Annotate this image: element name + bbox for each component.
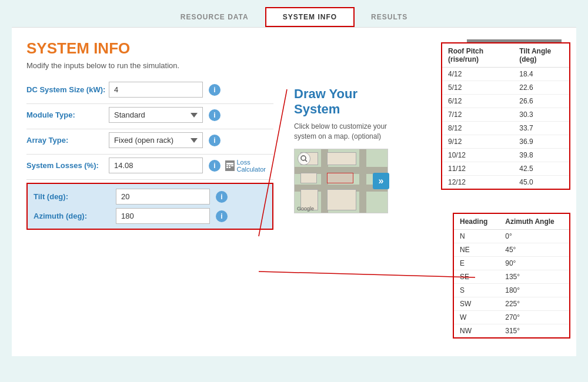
pitch-cell: 12/12 [442,176,513,189]
svg-rect-6 [229,167,230,168]
svg-rect-3 [229,165,230,166]
table-row: 6/1226.6 [442,95,569,108]
azimuth-angle-cell: 45° [499,243,569,257]
azimuth-input[interactable] [116,208,210,224]
heading-cell: NW [454,324,499,338]
roof-pitch-header: Roof Pitch (rise/run) [442,43,513,68]
table-row: S180° [454,284,569,297]
loss-calculator-link[interactable]: Loss Calculator [225,159,273,173]
tilt-angle-header: Tilt Angle (deg) [513,43,569,68]
tilt-row: Tilt (deg): i [34,189,266,205]
heading-cell: E [454,257,499,270]
azimuth-angle-cell: 90° [499,257,569,270]
dc-system-size-label: DC System Size (kW): [26,85,109,94]
array-type-label: Array Type: [26,136,109,145]
module-type-label: Module Type: [26,110,109,119]
svg-line-8 [305,160,307,162]
dc-system-size-input[interactable] [109,82,203,98]
svg-rect-4 [231,165,233,166]
pitch-cell: 7/12 [442,108,513,122]
heading-cell: SW [454,297,499,311]
array-type-row: Array Type: Fixed (open rack) Fixed (roo… [26,132,273,155]
pitch-cell: 5/12 [442,81,513,95]
azimuth-angle-cell: 270° [499,311,569,324]
svg-line-10 [259,272,475,277]
nav-tabs: Resource Data System Info Results [0,0,588,27]
table-row: 5/1222.6 [442,81,569,95]
roof-pitch-table: Roof Pitch (rise/run) Tilt Angle (deg) 4… [442,43,569,189]
pitch-cell: 6/12 [442,95,513,108]
draw-system-text: Click below to customize your system on … [294,122,400,142]
table-row: 7/1230.3 [442,108,569,122]
tilt-angle-cell: 22.6 [513,81,569,95]
tab-system-info[interactable]: System Info [265,7,355,27]
azimuth-angle-cell: 135° [499,270,569,284]
table-row: 12/1245.0 [442,176,569,189]
tilt-angle-cell: 42.5 [513,162,569,176]
roof-pitch-table-container: Roof Pitch (rise/run) Tilt Angle (deg) 4… [441,42,570,190]
tilt-info-icon[interactable]: i [216,191,228,203]
module-type-row: Module Type: Standard Premium Thin film … [26,107,273,129]
heading-cell: N [454,230,499,243]
azimuth-label: Azimuth (deg): [34,212,116,220]
svg-rect-2 [226,165,228,166]
table-row: NE45° [454,243,569,257]
array-type-info-icon[interactable]: i [209,135,220,146]
main-content: Restore Defaults SYSTEM INFO Modify the … [12,27,576,356]
table-row: N0° [454,230,569,243]
azimuth-angle-cell: 315° [499,324,569,338]
pitch-cell: 8/12 [442,122,513,135]
heading-cell: SE [454,270,499,284]
svg-rect-5 [226,167,228,168]
azimuth-angle-cell: 0° [499,230,569,243]
map-google-label: Google [297,206,314,212]
pitch-cell: 11/12 [442,162,513,176]
tab-results[interactable]: Results [355,8,424,26]
module-type-select[interactable]: Standard Premium Thin film [109,107,203,123]
table-row: W270° [454,311,569,324]
table-row: NW315° [454,324,569,338]
tilt-angle-cell: 39.8 [513,149,569,162]
heading-header: Heading [454,214,499,230]
table-row: E90° [454,257,569,270]
array-type-select[interactable]: Fixed (open rack) Fixed (roof mount) 1-A… [109,132,203,148]
system-losses-row: System Losses (%): i Loss Calculator [26,158,273,180]
pitch-cell: 10/12 [442,149,513,162]
draw-system-title: Draw Your System [294,86,400,117]
pitch-cell: 4/12 [442,68,513,81]
azimuth-table: Heading Azimuth Angle N0°NE45°E90°SE135°… [454,214,569,337]
heading-cell: S [454,284,499,297]
heading-cell: NE [454,243,499,257]
tilt-angle-cell: 18.4 [513,68,569,81]
draw-system-section: Draw Your System Click below to customiz… [294,86,400,216]
pitch-cell: 9/12 [442,135,513,149]
svg-point-7 [301,156,306,160]
azimuth-angle-cell: 225° [499,297,569,311]
table-row: SE135° [454,270,569,284]
tilt-angle-cell: 30.3 [513,108,569,122]
dc-system-size-info-icon[interactable]: i [209,84,220,96]
loss-calc-label: Loss Calculator [236,159,273,173]
table-row: 9/1236.9 [442,135,569,149]
table-row: 10/1239.8 [442,149,569,162]
azimuth-row: Azimuth (deg): i [34,208,266,224]
tab-resource-data[interactable]: Resource Data [164,8,265,26]
tilt-angle-cell: 45.0 [513,176,569,189]
heading-cell: W [454,311,499,324]
dc-system-size-row: DC System Size (kW): i [26,82,273,104]
map-zoom-icon [298,152,310,165]
loss-calc-icon [225,160,235,171]
tilt-azimuth-group: Tilt (deg): i Azimuth (deg): i [26,183,273,230]
azimuth-info-icon[interactable]: i [216,210,228,222]
table-row: SW225° [454,297,569,311]
azimuth-angle-cell: 180° [499,284,569,297]
system-losses-info-icon[interactable]: i [209,160,220,172]
table-row: 8/1233.7 [442,122,569,135]
module-type-info-icon[interactable]: i [209,109,220,121]
azimuth-table-container: Heading Azimuth Angle N0°NE45°E90°SE135°… [453,213,570,339]
system-losses-input[interactable] [109,158,203,173]
map-navigate-button[interactable]: » [373,173,389,189]
tilt-input[interactable] [116,189,210,205]
system-losses-label: System Losses (%): [26,161,109,170]
form-section: DC System Size (kW): i Module Type: Stan… [26,82,273,230]
